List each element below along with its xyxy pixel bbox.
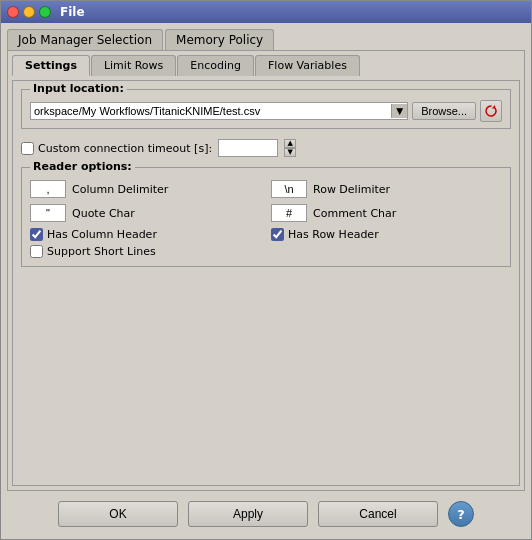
window-title: File bbox=[60, 5, 85, 19]
column-delimiter-row: Column Delimiter bbox=[30, 180, 261, 198]
reader-options-label: Reader options: bbox=[30, 160, 135, 173]
column-delimiter-input[interactable] bbox=[30, 180, 66, 198]
comment-char-label: Comment Char bbox=[313, 207, 396, 220]
options-grid: Column Delimiter Row Delimiter Quote Cha… bbox=[30, 180, 502, 241]
file-dropdown-arrow[interactable]: ▼ bbox=[391, 104, 407, 118]
row-delimiter-input[interactable] bbox=[271, 180, 307, 198]
has-row-header-checkbox[interactable] bbox=[271, 228, 284, 241]
help-button[interactable]: ? bbox=[448, 501, 474, 527]
input-location-label: Input location: bbox=[30, 82, 127, 95]
timeout-row: Custom connection timeout [s]: ▲ ▼ bbox=[21, 135, 511, 161]
spin-up-button[interactable]: ▲ bbox=[284, 139, 296, 148]
main-window: File Job Manager Selection Memory Policy… bbox=[0, 0, 532, 540]
tab-settings[interactable]: Settings bbox=[12, 55, 90, 76]
close-button[interactable] bbox=[7, 6, 19, 18]
has-row-header-row: Has Row Header bbox=[271, 228, 502, 241]
timeout-checkbox-label: Custom connection timeout [s]: bbox=[21, 142, 212, 155]
quote-char-input[interactable] bbox=[30, 204, 66, 222]
has-row-header-label: Has Row Header bbox=[288, 228, 379, 241]
timeout-input[interactable] bbox=[218, 139, 278, 157]
top-tab-bar: Job Manager Selection Memory Policy bbox=[7, 29, 525, 50]
cancel-button[interactable]: Cancel bbox=[318, 501, 438, 527]
timeout-spinner: ▲ ▼ bbox=[284, 139, 296, 157]
file-path-row: ▼ Browse... bbox=[30, 100, 502, 122]
tab-memory-policy[interactable]: Memory Policy bbox=[165, 29, 274, 50]
comment-char-input[interactable] bbox=[271, 204, 307, 222]
tab-limit-rows[interactable]: Limit Rows bbox=[91, 55, 176, 76]
second-tab-bar: Settings Limit Rows Encoding Flow Variab… bbox=[12, 55, 520, 76]
inner-panel: Settings Limit Rows Encoding Flow Variab… bbox=[7, 50, 525, 491]
apply-button[interactable]: Apply bbox=[188, 501, 308, 527]
row-delimiter-label: Row Delimiter bbox=[313, 183, 390, 196]
timeout-checkbox[interactable] bbox=[21, 142, 34, 155]
row-delimiter-row: Row Delimiter bbox=[271, 180, 502, 198]
tab-job-manager[interactable]: Job Manager Selection bbox=[7, 29, 163, 50]
content-area: Input location: ▼ Browse... bbox=[12, 80, 520, 486]
refresh-icon[interactable] bbox=[480, 100, 502, 122]
minimize-button[interactable] bbox=[23, 6, 35, 18]
quote-char-row: Quote Char bbox=[30, 204, 261, 222]
has-column-header-checkbox[interactable] bbox=[30, 228, 43, 241]
quote-char-label: Quote Char bbox=[72, 207, 135, 220]
column-delimiter-label: Column Delimiter bbox=[72, 183, 168, 196]
window-controls bbox=[7, 6, 51, 18]
tab-encoding[interactable]: Encoding bbox=[177, 55, 254, 76]
has-column-header-label: Has Column Header bbox=[47, 228, 157, 241]
window-body: Job Manager Selection Memory Policy Sett… bbox=[1, 23, 531, 539]
input-location-group: Input location: ▼ Browse... bbox=[21, 89, 511, 129]
bottom-bar: OK Apply Cancel ? bbox=[7, 491, 525, 533]
has-column-header-row: Has Column Header bbox=[30, 228, 261, 241]
spin-down-button[interactable]: ▼ bbox=[284, 148, 296, 157]
support-short-lines-checkbox[interactable] bbox=[30, 245, 43, 258]
comment-char-row: Comment Char bbox=[271, 204, 502, 222]
title-bar: File bbox=[1, 1, 531, 23]
browse-button[interactable]: Browse... bbox=[412, 102, 476, 120]
file-path-input[interactable] bbox=[31, 103, 391, 119]
maximize-button[interactable] bbox=[39, 6, 51, 18]
support-short-lines-row: Support Short Lines bbox=[30, 245, 502, 258]
support-short-lines-label: Support Short Lines bbox=[47, 245, 156, 258]
file-input-wrapper: ▼ bbox=[30, 102, 408, 120]
reader-options-group: Reader options: Column Delimiter Row Del… bbox=[21, 167, 511, 267]
timeout-label: Custom connection timeout [s]: bbox=[38, 142, 212, 155]
ok-button[interactable]: OK bbox=[58, 501, 178, 527]
tab-flow-variables[interactable]: Flow Variables bbox=[255, 55, 360, 76]
